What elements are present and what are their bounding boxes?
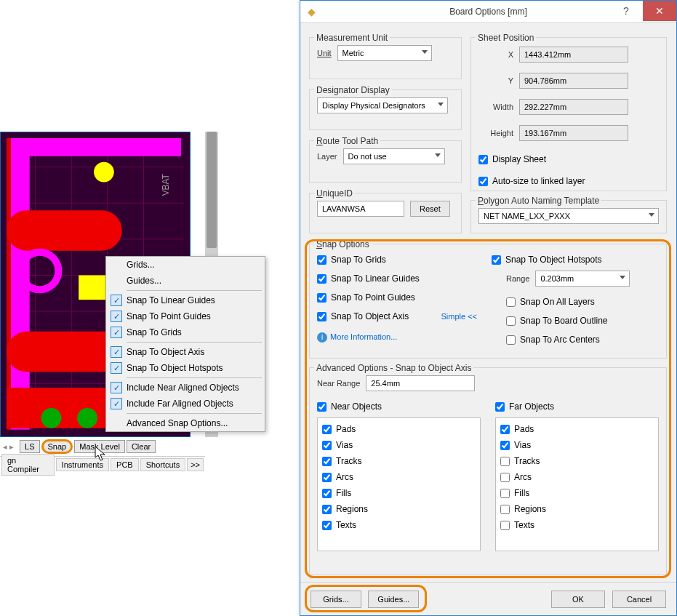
far-objects-list[interactable]: PadsViasTracksArcsFillsRegionsTexts <box>495 417 659 551</box>
group-measurement-unit: Measurement Unit Unit <box>309 37 462 79</box>
list-item[interactable]: Arcs <box>322 469 476 485</box>
snap-popup-menu[interactable]: Grids...Guides...✓Snap To Linear Guides✓… <box>105 256 265 432</box>
menu-item[interactable]: ✓Include Far Aligned Objects <box>106 396 265 412</box>
group-snap-options: Snap Options Snap To Grids Snap To Linea… <box>309 244 667 359</box>
list-item[interactable]: Fills <box>500 485 654 501</box>
layer-label: Layer <box>317 152 337 161</box>
menu-item[interactable]: ✓Snap To Object Hotspots <box>106 360 265 376</box>
svg-point-23 <box>77 408 97 428</box>
list-item[interactable]: Fills <box>322 485 476 501</box>
tab-snap[interactable]: Snap <box>41 439 73 454</box>
list-item[interactable]: Texts <box>322 517 476 533</box>
snap-to-axis-check[interactable] <box>317 312 327 321</box>
near-range-input[interactable] <box>366 375 475 391</box>
sheet-width <box>519 99 628 115</box>
foot-shortcuts[interactable]: Shortcuts <box>140 458 185 471</box>
y-label: Y <box>478 76 513 85</box>
menu-item[interactable]: ✓Include Near Aligned Objects <box>106 380 265 396</box>
svg-rect-14 <box>7 138 11 430</box>
menu-item[interactable]: ✓Snap To Object Axis <box>106 344 265 360</box>
width-label: Width <box>478 103 513 111</box>
menu-item[interactable]: ✓Snap To Grids <box>106 324 265 340</box>
svg-point-22 <box>41 408 62 428</box>
svg-rect-12 <box>9 138 181 156</box>
cancel-button[interactable]: Cancel <box>612 591 666 608</box>
list-item[interactable]: Vias <box>500 437 654 453</box>
help-button[interactable]: ? <box>609 1 643 21</box>
svg-text:VBAT: VBAT <box>161 174 171 196</box>
svg-point-15 <box>94 162 114 183</box>
list-item[interactable]: Regions <box>500 501 654 517</box>
uniqueid-input[interactable] <box>317 201 404 217</box>
close-button[interactable]: ✕ <box>643 1 676 21</box>
menu-item[interactable]: ✓Snap To Linear Guides <box>106 292 265 308</box>
unit-select[interactable] <box>337 45 432 61</box>
tab-ls[interactable]: LS <box>20 440 39 453</box>
unit-label: Unit <box>317 49 332 57</box>
sheet-height <box>519 125 628 141</box>
group-designator-display: Designator Display <box>309 89 462 130</box>
snap-to-grids-check[interactable]: Snap To Grids <box>317 252 477 268</box>
board-options-dialog: ◆ Board Options [mm] ? ✕ Measurement Uni… <box>300 0 677 616</box>
designator-select[interactable] <box>317 97 448 113</box>
layer-select[interactable] <box>343 148 445 164</box>
reset-button[interactable]: Reset <box>410 201 450 217</box>
menu-item[interactable]: ✓Snap To Point Guides <box>106 308 265 324</box>
cursor-icon <box>95 446 108 462</box>
list-item[interactable]: Regions <box>322 501 476 517</box>
dialog-footer: Grids... Guides... OK Cancel <box>300 582 676 615</box>
foot-pcb[interactable]: PCB <box>111 458 139 471</box>
far-objects-check[interactable]: Far Objects <box>495 399 659 415</box>
simple-link[interactable]: Simple << <box>441 312 477 321</box>
snap-to-linear-check[interactable]: Snap To Linear Guides <box>317 271 477 287</box>
near-objects-check[interactable]: Near Objects <box>317 399 481 415</box>
snap-to-axis-label: Snap To Object Axis <box>331 311 409 321</box>
sheet-x <box>519 47 628 63</box>
ok-button[interactable]: OK <box>551 591 605 608</box>
list-item[interactable]: Vias <box>322 437 476 453</box>
guides-button[interactable]: Guides... <box>368 591 419 608</box>
x-label: X <box>478 50 513 59</box>
list-item[interactable]: Tracks <box>322 453 476 469</box>
titlebar[interactable]: ◆ Board Options [mm] ? ✕ <box>300 1 676 23</box>
near-range-label: Near Range <box>317 379 360 388</box>
list-item[interactable]: Pads <box>500 421 654 437</box>
range-label: Range <box>506 274 529 283</box>
near-objects-list[interactable]: PadsViasTracksArcsFillsRegionsTexts <box>317 417 481 551</box>
group-polygon-naming: Polygon Auto Naming Template <box>470 200 667 233</box>
snap-to-point-check[interactable]: Snap To Point Guides <box>317 289 477 305</box>
snap-board-outline-check[interactable]: Snap To Board Outline <box>492 313 659 329</box>
snap-to-hotspots-check[interactable]: Snap To Object Hotspots <box>492 252 659 268</box>
sheet-y <box>519 73 628 89</box>
menu-item[interactable]: Grids... <box>106 257 265 273</box>
menu-item[interactable]: Advanced Snap Options... <box>106 415 265 431</box>
foot-gn-compiler[interactable]: gn Compiler <box>1 454 55 476</box>
more-info-link[interactable]: More Information... <box>330 332 397 341</box>
display-sheet-check[interactable]: Display Sheet <box>478 151 659 167</box>
snap-arc-centers-check[interactable]: Snap To Arc Centers <box>492 332 659 348</box>
group-sheet-position: Sheet Position X Y Width Height Display … <box>470 37 667 191</box>
menu-item[interactable]: Guides... <box>106 273 265 289</box>
foot-more[interactable]: >> <box>187 458 204 471</box>
group-uniqueid: UniqueID Reset <box>309 193 462 233</box>
range-select[interactable] <box>535 271 630 287</box>
list-item[interactable]: Pads <box>322 421 476 437</box>
grids-button[interactable]: Grids... <box>311 591 361 608</box>
info-icon: i <box>317 332 327 343</box>
list-item[interactable]: Texts <box>500 517 654 533</box>
tab-clear[interactable]: Clear <box>127 440 156 453</box>
svg-rect-17 <box>7 210 122 251</box>
list-item[interactable]: Arcs <box>500 469 654 485</box>
height-label: Height <box>478 129 513 137</box>
group-route-tool-path: Route Tool Path Layer <box>309 140 462 183</box>
autosize-check[interactable]: Auto-size to linked layer <box>478 173 659 189</box>
polygon-select[interactable] <box>478 208 659 224</box>
snap-all-layers-check[interactable]: Snap On All Layers <box>492 294 659 310</box>
group-advanced-options: Advanced Options - Snap to Object Axis N… <box>309 367 667 575</box>
list-item[interactable]: Tracks <box>500 453 654 469</box>
